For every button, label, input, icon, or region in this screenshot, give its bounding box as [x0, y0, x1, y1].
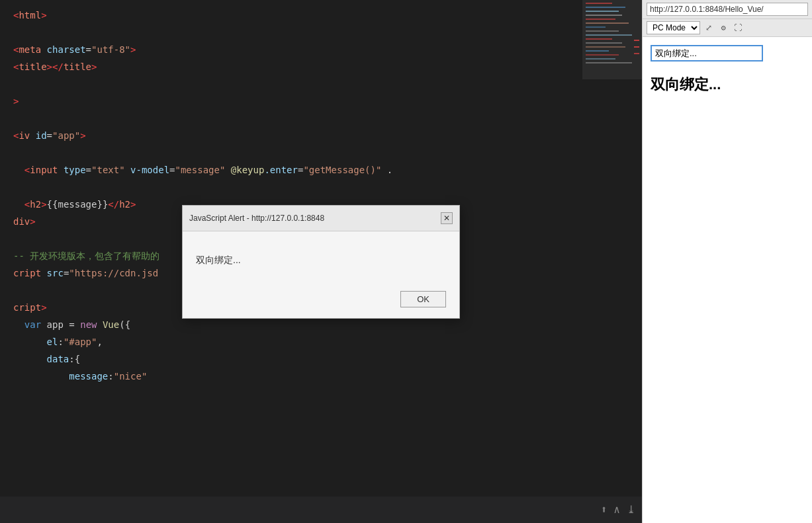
- dialog-close-button[interactable]: ✕: [441, 212, 453, 224]
- code-line-var: var app = new Vue({: [0, 316, 642, 333]
- scroll-down-icon[interactable]: ⤓: [627, 501, 635, 518]
- code-line-el: el:"#app",: [0, 333, 642, 350]
- svg-rect-19: [634, 53, 639, 54]
- svg-rect-17: [634, 40, 639, 41]
- svg-rect-11: [586, 42, 622, 44]
- svg-rect-7: [586, 26, 606, 28]
- code-line-blank-2: [0, 75, 642, 93]
- svg-rect-13: [586, 50, 609, 52]
- code-line-close-head: >: [0, 93, 642, 110]
- dialog-message: 双向绑定...: [196, 255, 241, 265]
- code-line-message: message:"nice": [0, 368, 642, 385]
- code-line-blank-1: [0, 24, 642, 41]
- svg-rect-1: [586, 3, 612, 4]
- browser-panel: http://127.0.0.1:8848/Hello_Vue/ PC Mode…: [642, 0, 812, 523]
- svg-rect-8: [586, 30, 619, 32]
- dialog-body: 双向绑定...: [183, 231, 459, 284]
- code-line-title: <title></title>: [0, 58, 642, 75]
- code-line-meta: <meta charset="utf-8">: [0, 41, 642, 58]
- svg-rect-16: [586, 62, 632, 63]
- dialog-titlebar: JavaScript Alert - http://127.0.0.1:8848…: [183, 206, 459, 231]
- code-line-1: <html>: [0, 7, 642, 24]
- code-line-blank-3: [0, 110, 642, 127]
- browser-demo-input[interactable]: [651, 45, 763, 61]
- close-icon: ✕: [443, 210, 450, 227]
- editor-bottom-toolbar: ⬆ ∧ ⤓: [0, 497, 642, 523]
- alert-dialog: JavaScript Alert - http://127.0.0.1:8848…: [182, 205, 460, 319]
- dialog-footer: OK: [183, 284, 459, 318]
- browser-content: 双向绑定...: [643, 37, 812, 523]
- code-line-data: data:{: [0, 350, 642, 368]
- browser-mode-bar: PC Mode ⤢ ⚙ ⛶: [643, 19, 812, 37]
- browser-demo-h2: 双向绑定...: [651, 75, 804, 95]
- svg-rect-6: [586, 22, 629, 24]
- browser-toolbar: http://127.0.0.1:8848/Hello_Vue/: [643, 0, 812, 19]
- browser-mode-select[interactable]: PC Mode: [647, 21, 700, 34]
- svg-rect-18: [634, 46, 639, 48]
- code-line-blank-5: [0, 179, 642, 196]
- minimap: [582, 0, 642, 79]
- code-line-input: <input type="text" v-model="message" @ke…: [0, 161, 642, 179]
- fullscreen-icon[interactable]: ⛶: [732, 22, 744, 34]
- svg-rect-9: [586, 34, 632, 36]
- svg-rect-3: [586, 11, 619, 12]
- svg-rect-12: [586, 46, 625, 48]
- svg-rect-4: [586, 15, 622, 16]
- svg-rect-5: [586, 19, 615, 20]
- svg-rect-15: [586, 58, 615, 60]
- svg-rect-10: [586, 38, 612, 40]
- browser-url-bar[interactable]: http://127.0.0.1:8848/Hello_Vue/: [647, 3, 808, 16]
- svg-rect-14: [586, 54, 619, 56]
- scroll-up-icon[interactable]: ∧: [613, 501, 620, 518]
- expand-icon[interactable]: ⤢: [703, 22, 715, 34]
- code-line-div: <iv id="app">: [0, 127, 642, 144]
- dialog-ok-button[interactable]: OK: [400, 291, 446, 307]
- code-line-blank-4: [0, 144, 642, 161]
- svg-rect-2: [586, 7, 625, 8]
- export-icon[interactable]: ⬆: [601, 501, 608, 518]
- dialog-title: JavaScript Alert - http://127.0.0.1:8848: [189, 210, 324, 227]
- settings-icon[interactable]: ⚙: [717, 22, 729, 34]
- editor-panel: <html> <meta charset="utf-8"> <title></t…: [0, 0, 642, 523]
